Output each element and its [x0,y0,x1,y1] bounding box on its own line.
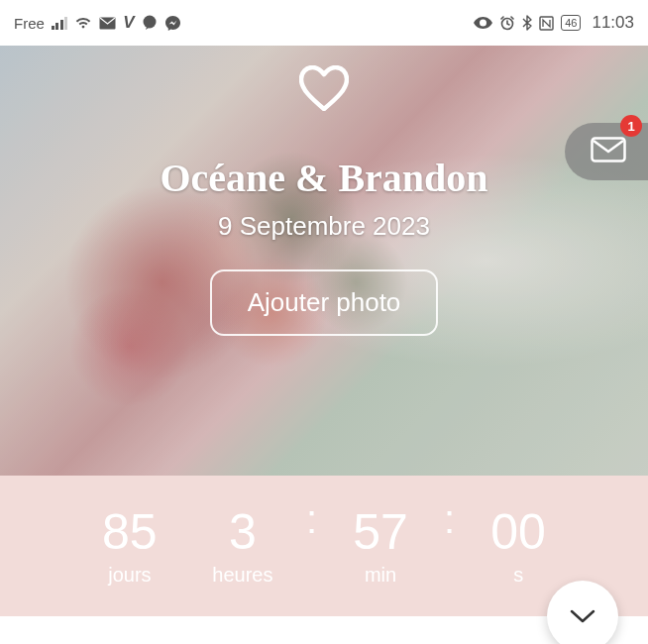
mail-badge: 1 [620,115,642,137]
chevron-down-icon [569,608,596,624]
minutes-value: 57 [331,505,430,560]
wifi-icon [74,16,92,30]
svg-point-1 [143,16,156,29]
carrier-label: Free [14,15,45,32]
days-label: jours [80,564,179,587]
hero-section: 1 Océane & Brandon 9 Septembre 2023 Ajou… [0,46,648,476]
chat-icon [142,15,158,31]
hours-value: 3 [193,505,292,560]
seconds-label: s [469,564,568,587]
separator-colon: : [306,497,317,542]
heart-icon [299,65,349,111]
heart-logon [299,65,349,115]
clock-time: 11:03 [592,13,634,33]
eye-icon [474,17,492,29]
v-icon: V [123,13,134,33]
countdown-seconds: 00 s [469,505,568,587]
svg-rect-4 [593,139,625,161]
countdown-minutes: 57 min [331,505,430,587]
mail-button[interactable]: 1 [565,123,648,180]
minutes-label: min [331,564,430,587]
alarm-icon [499,15,515,31]
countdown-days: 85 jours [80,505,179,587]
messenger-icon [164,15,181,32]
status-right-group: 46 11:03 [474,13,634,33]
separator-colon: : [444,497,455,542]
signal-icon [52,17,68,30]
mail-status-icon [99,17,116,30]
hours-label: heures [193,564,292,587]
envelope-icon [591,137,626,162]
status-left-group: Free V [14,13,181,33]
countdown-bar: 85 jours 3 heures : 57 min : 00 s [0,476,648,616]
days-value: 85 [80,505,179,560]
expand-fab[interactable] [547,581,618,644]
couple-names: Océane & Brandon [160,155,487,201]
bluetooth-icon [522,15,532,31]
status-bar: Free V 46 11:03 [0,0,648,46]
battery-icon: 46 [561,15,581,31]
countdown-hours: 3 heures [193,505,292,587]
wedding-date: 9 Septembre 2023 [218,211,430,242]
add-photo-button[interactable]: Ajouter photo [210,269,439,336]
seconds-value: 00 [469,505,568,560]
nfc-icon [539,16,554,31]
